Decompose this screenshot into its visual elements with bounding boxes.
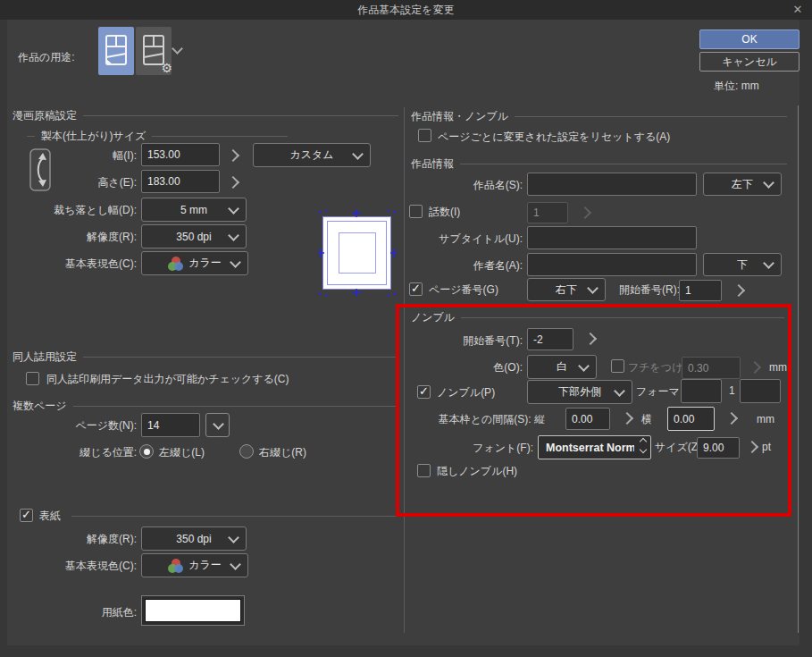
chevron-down-icon	[763, 257, 774, 269]
unit-value: mm	[741, 80, 759, 92]
cover-resolution-label: 解像度(R):	[18, 533, 137, 546]
work-info-group-header: 作品情報	[411, 156, 787, 172]
close-icon[interactable]: ✕	[791, 3, 805, 17]
doujin-check-label: 同人誌印刷用データ出力が可能かチェックする(C)	[46, 373, 289, 386]
binding-position-label: 綴じる位置:	[18, 446, 137, 459]
bind-left-radio[interactable]	[139, 444, 154, 459]
size-preset-dropdown[interactable]: カスタム	[253, 143, 371, 167]
gap-unit: mm	[757, 413, 774, 426]
nombre-group-header: ノンブル	[411, 310, 784, 325]
chevron-down-icon	[230, 559, 241, 570]
hidden-nombre-label: 隠しノンブル(H)	[437, 465, 517, 478]
page-number-checkbox[interactable]: ✓	[409, 282, 423, 296]
nombre-start-input[interactable]: -2	[527, 328, 573, 350]
chevron-down-icon	[587, 282, 599, 294]
nombre-font-label: フォント(F):	[411, 442, 533, 455]
right-panel-divider	[798, 105, 799, 633]
nombre-format-suffix-input[interactable]	[740, 379, 781, 403]
page-number-label: ページ番号(G)	[429, 283, 498, 297]
left-frame	[0, 20, 7, 645]
height-input[interactable]: 183.00	[141, 170, 220, 193]
cover-color-dropdown[interactable]: カラー	[141, 553, 248, 577]
change-basic-work-settings-dialog: 作品基本設定を変更 ✕ 作品の用途: ⚙ OK キャンセル 単位: mm 漫画	[0, 0, 812, 657]
cover-resolution-dropdown[interactable]: 350 dpi	[141, 526, 247, 551]
check-icon: ✓	[411, 282, 421, 294]
page-count-input[interactable]: 14	[141, 413, 200, 437]
nombre-color-dropdown[interactable]: 白	[527, 355, 597, 379]
gap-vertical-input[interactable]: 0.00	[565, 408, 610, 430]
spinner-icons[interactable]	[640, 439, 646, 452]
width-slider-arrow-icon[interactable]	[227, 149, 239, 162]
resolution-dropdown[interactable]: 350 dpi	[141, 224, 247, 248]
nombre-edge-unit: mm	[769, 361, 787, 375]
title-bar: 作品基本設定を変更 ✕	[0, 0, 812, 20]
check-icon: ✓	[21, 509, 31, 520]
nombre-start-label: 開始番号(T):	[411, 334, 523, 348]
episode-label: 話数(I)	[429, 206, 460, 219]
bind-right-radio[interactable]	[239, 444, 254, 459]
gap-horizontal-input[interactable]: 0.00	[667, 407, 715, 431]
nombre-position-dropdown[interactable]: 下部外側	[527, 380, 632, 404]
author-input[interactable]	[527, 253, 697, 276]
ok-button[interactable]: OK	[699, 29, 799, 49]
work-title-position-dropdown[interactable]: 左下	[703, 173, 782, 196]
reset-settings-checkbox[interactable]	[418, 129, 431, 142]
cover-group-line	[71, 516, 398, 517]
page-number-start-slider-arrow-icon[interactable]	[732, 284, 745, 297]
doujin-group-header: 同人誌用設定	[13, 350, 398, 365]
nombre-edge-checkbox[interactable]	[611, 359, 624, 373]
chevron-down-icon	[228, 230, 239, 241]
work-title-input[interactable]	[527, 173, 697, 196]
chevron-down-icon	[228, 532, 239, 543]
dialog-title: 作品基本設定を変更	[0, 0, 812, 20]
bleed-dropdown[interactable]: 5 mm	[141, 198, 247, 222]
gap-vertical-label: 縦	[534, 413, 545, 425]
chevron-up-icon	[640, 438, 647, 445]
color-mode-icon	[168, 257, 183, 271]
paper-color-label: 用紙色:	[18, 606, 137, 619]
episode-checkbox[interactable]	[409, 205, 423, 218]
usage-show-all-settings-button[interactable]: ⚙	[136, 27, 172, 75]
width-input[interactable]: 153.00	[141, 143, 220, 166]
hidden-nombre-checkbox[interactable]	[417, 464, 431, 477]
nombre-edge-input: 0.30	[682, 357, 741, 379]
manga-group-header: 漫画原稿設定	[13, 108, 398, 123]
doujin-check-checkbox[interactable]	[26, 372, 39, 385]
work-title-label: 作品名(S):	[411, 179, 523, 192]
height-slider-arrow-icon[interactable]	[227, 176, 239, 189]
page-count-dropdown-button[interactable]	[205, 413, 230, 437]
basic-color-dropdown[interactable]: カラー	[141, 251, 248, 275]
width-label: 幅(I):	[18, 149, 137, 163]
nombre-size-input[interactable]: 9.00	[697, 437, 740, 459]
chevron-down-icon	[578, 360, 590, 372]
page-number-start-input[interactable]: 1	[679, 280, 722, 301]
check-icon: ✓	[419, 385, 429, 397]
chevron-down-icon	[213, 418, 224, 430]
nombre-color-label: 色(O):	[411, 361, 523, 375]
basic-color-label: 基本表現色(C):	[18, 257, 137, 271]
binding-size-group-header: 製本(仕上がり)サイズ	[27, 129, 288, 144]
episode-slider-arrow-icon	[579, 206, 591, 219]
page-number-start-label: 開始番号(R):	[619, 283, 680, 297]
nombre-format-sample: 1	[729, 384, 735, 398]
usage-comic-button[interactable]	[98, 27, 134, 75]
cover-checkbox[interactable]: ✓	[20, 509, 33, 522]
nombre-enable-label: ノンブル(P)	[437, 386, 495, 400]
chevron-down-icon	[614, 385, 625, 397]
nombre-font-combo[interactable]: Montserrat Normal	[538, 435, 651, 459]
usage-dropdown-chevron-icon[interactable]	[172, 43, 183, 55]
cancel-button[interactable]: キャンセル	[699, 52, 799, 72]
reset-settings-label: ページごとに変更された設定をリセットする(A)	[438, 131, 670, 144]
color-mode-icon	[168, 559, 183, 573]
paper-color-swatch[interactable]	[141, 595, 245, 626]
chevron-down-icon	[763, 177, 774, 189]
page-number-position-dropdown[interactable]: 右下	[527, 278, 606, 301]
nombre-gap-label: 基本枠との間隔(S): 縦	[411, 413, 545, 426]
gap-horizontal-label: 横	[641, 413, 652, 426]
nombre-enable-checkbox[interactable]: ✓	[417, 385, 431, 399]
author-position-dropdown[interactable]: 下	[703, 253, 782, 276]
unit-label: 単位: mm	[714, 80, 759, 93]
nombre-format-prefix-input[interactable]	[681, 379, 722, 403]
subtitle-input[interactable]	[527, 226, 697, 249]
subtitle-label: サブタイトル(U):	[411, 232, 523, 246]
